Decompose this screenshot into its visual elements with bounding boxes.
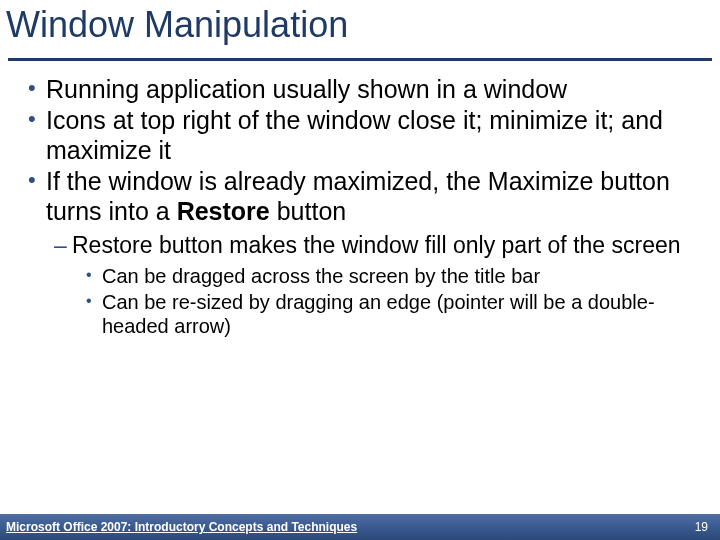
bullet-text: button [270,197,346,225]
slide: Window Manipulation Running application … [0,0,720,540]
bullet-text: If the window is already maximized, the … [46,167,670,225]
bullet-level1: If the window is already maximized, the … [28,167,698,226]
slide-title: Window Manipulation [0,0,720,48]
sublist: Restore button makes the window fill onl… [28,232,698,338]
bullet-level2: Restore button makes the window fill onl… [54,232,698,259]
bullet-level3: Can be dragged across the screen by the … [86,265,698,289]
sublist: Can be dragged across the screen by the … [54,265,698,338]
bullet-level1: Icons at top right of the window close i… [28,106,698,165]
slide-body: Running application usually shown in a w… [0,61,720,338]
page-number: 19 [695,520,708,534]
bullet-text-bold: Restore [177,197,270,225]
footer-bar: Microsoft Office 2007: Introductory Conc… [0,514,720,540]
bullet-level1: Running application usually shown in a w… [28,75,698,105]
footer-source: Microsoft Office 2007: Introductory Conc… [6,520,357,534]
bullet-level3: Can be re-sized by dragging an edge (poi… [86,291,698,338]
